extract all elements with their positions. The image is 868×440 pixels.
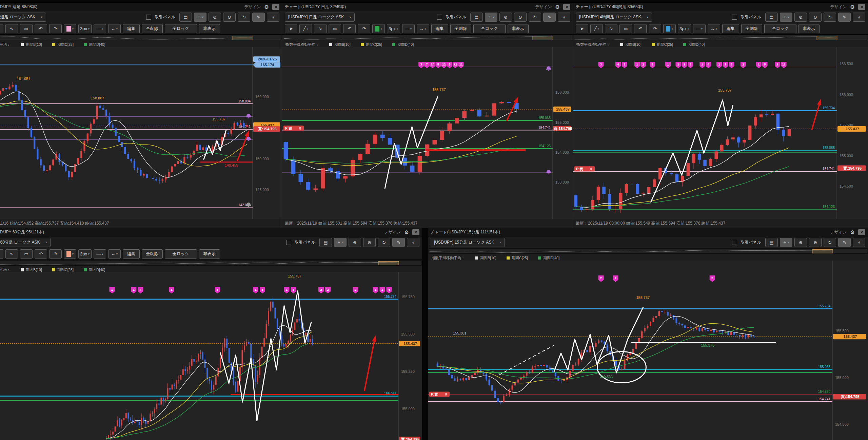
chart-navigator[interactable]: [283, 35, 572, 40]
trade-panel-checkbox[interactable]: [146, 15, 151, 20]
price-chart[interactable]: 155.734155.085154.741154.123155.73734212…: [573, 47, 868, 219]
delete-all-button[interactable]: 全削除: [450, 24, 471, 33]
draw-color-select[interactable]: ∨: [64, 249, 76, 259]
chart-navigator[interactable]: [574, 35, 867, 40]
crosshair-button[interactable]: ＋∨: [780, 13, 792, 22]
crosshair-button[interactable]: ＋∨: [334, 238, 347, 247]
navigator-viewport[interactable]: [817, 36, 837, 40]
undo-button[interactable]: ↶: [634, 24, 647, 33]
undo-button[interactable]: ↶: [343, 24, 356, 33]
refresh-button[interactable]: ↻: [529, 13, 541, 22]
line-style-select[interactable]: —∨: [94, 24, 106, 33]
draw-color-select[interactable]: ∨: [663, 24, 676, 33]
hide-button[interactable]: 非表示: [798, 24, 820, 33]
zigzag-tool-button[interactable]: ∿: [5, 24, 18, 33]
zoom-out-button[interactable]: ⊖: [223, 13, 236, 22]
pencil-button[interactable]: ✎: [838, 13, 851, 22]
lock-all-button[interactable]: 全ロック: [165, 249, 197, 259]
freehand-button[interactable]: √: [853, 238, 865, 247]
chart-type-button[interactable]: ▤: [765, 238, 778, 247]
refresh-button[interactable]: ↻: [238, 13, 250, 22]
pencil-button[interactable]: ✎: [252, 13, 265, 22]
line-tool-button[interactable]: ╱∨: [0, 24, 3, 33]
redo-button[interactable]: ↷: [358, 24, 370, 33]
freehand-button[interactable]: √: [558, 13, 570, 22]
gear-icon[interactable]: ⚙: [555, 4, 560, 9]
crosshair-button[interactable]: ＋∨: [780, 238, 792, 247]
line-style-select[interactable]: —∨: [693, 24, 706, 33]
freehand-button[interactable]: √: [267, 13, 279, 22]
close-button[interactable]: ×: [272, 4, 279, 10]
thickness-select[interactable]: 3px∨: [78, 24, 92, 33]
symbol-select[interactable]: [USD/JPY] 15分足 ローソク ASK∨: [431, 238, 505, 247]
trade-panel-checkbox[interactable]: [437, 15, 442, 20]
chart-navigator[interactable]: [429, 248, 867, 254]
hide-button[interactable]: 非表示: [508, 24, 529, 33]
draw-color-select[interactable]: ∨: [64, 24, 76, 33]
trade-panel-checkbox[interactable]: [732, 240, 737, 245]
edit-button[interactable]: 編集: [431, 24, 448, 33]
zoom-out-button[interactable]: ⊖: [514, 13, 527, 22]
navigator-viewport[interactable]: [378, 262, 399, 265]
navigator-viewport[interactable]: [533, 36, 553, 40]
gear-icon[interactable]: ⚙: [405, 230, 409, 235]
chart-type-button[interactable]: ▤: [179, 13, 192, 22]
chart-type-button[interactable]: ▤: [765, 13, 778, 22]
close-button[interactable]: ×: [412, 229, 419, 235]
close-button[interactable]: ×: [563, 4, 570, 10]
cursor-tool-button[interactable]: ➤: [285, 24, 297, 33]
thickness-select[interactable]: 3px∨: [387, 24, 400, 33]
edit-button[interactable]: 編集: [722, 24, 739, 33]
refresh-button[interactable]: ↻: [378, 238, 390, 247]
symbol-select[interactable]: [USD/JPY] 60分足 ローソク ASK∨: [0, 238, 51, 247]
gear-icon[interactable]: ⚙: [850, 4, 855, 9]
arrow-style-select[interactable]: ↔∨: [417, 24, 429, 33]
symbol-select[interactable]: [USD/JPY] 4時間足 ローソク ASK∨: [576, 13, 652, 22]
undo-button[interactable]: ↶: [35, 24, 47, 33]
zoom-in-button[interactable]: ⊕: [794, 13, 807, 22]
zoom-out-button[interactable]: ⊖: [363, 238, 376, 247]
delete-all-button[interactable]: 全削除: [142, 249, 163, 259]
lock-all-button[interactable]: 全ロック: [473, 24, 506, 33]
edit-button[interactable]: 編集: [123, 249, 140, 259]
line-style-select[interactable]: —∨: [94, 249, 106, 259]
zoom-in-button[interactable]: ⊕: [209, 13, 221, 22]
arrow-style-select[interactable]: ↔∨: [708, 24, 720, 33]
thickness-select[interactable]: 3px∨: [678, 24, 691, 33]
line-tool-button[interactable]: ╱∨: [590, 24, 603, 33]
pencil-button[interactable]: ✎: [392, 238, 405, 247]
delete-all-button[interactable]: 全削除: [142, 24, 163, 33]
crosshair-button[interactable]: ＋∨: [485, 13, 497, 22]
redo-button[interactable]: ↷: [49, 24, 62, 33]
panel-tool-button[interactable]: ▭: [20, 249, 33, 259]
gear-icon[interactable]: ⚙: [850, 230, 855, 235]
edit-button[interactable]: 編集: [123, 24, 140, 33]
chart-type-button[interactable]: ▤: [470, 13, 483, 22]
pencil-button[interactable]: ✎: [838, 238, 851, 247]
panel-tool-button[interactable]: ▭: [619, 24, 632, 33]
zigzag-tool-button[interactable]: ∿: [314, 24, 327, 33]
delete-all-button[interactable]: 全削除: [741, 24, 762, 33]
chart-type-button[interactable]: ▤: [319, 238, 332, 247]
undo-button[interactable]: ↶: [35, 249, 47, 259]
line-tool-button[interactable]: ╱∨: [299, 24, 312, 33]
trade-panel-checkbox[interactable]: [732, 15, 737, 20]
panel-tool-button[interactable]: ▭: [329, 24, 341, 33]
refresh-button[interactable]: ↻: [824, 238, 836, 247]
zigzag-tool-button[interactable]: ∿: [5, 249, 18, 259]
thickness-select[interactable]: 3px∨: [78, 249, 92, 259]
price-chart[interactable]: 155.734155.085154.820154.741155.381155.7…: [428, 261, 868, 440]
redo-button[interactable]: ↷: [649, 24, 661, 33]
draw-color-select[interactable]: ∨: [372, 24, 385, 33]
price-chart[interactable]: 158.884154.741142.041161.951158.887155.7…: [0, 47, 282, 219]
freehand-button[interactable]: √: [407, 238, 419, 247]
hide-button[interactable]: 非表示: [199, 249, 220, 259]
hide-button[interactable]: 非表示: [199, 24, 220, 33]
lock-all-button[interactable]: 全ロック: [165, 24, 197, 33]
cursor-tool-button[interactable]: ➤: [576, 24, 588, 33]
refresh-button[interactable]: ↻: [824, 13, 836, 22]
crosshair-button[interactable]: ＋∨: [194, 13, 206, 22]
arrow-style-select[interactable]: ↔∨: [108, 24, 121, 33]
navigator-viewport[interactable]: [233, 36, 253, 40]
zigzag-tool-button[interactable]: ∿: [605, 24, 617, 33]
